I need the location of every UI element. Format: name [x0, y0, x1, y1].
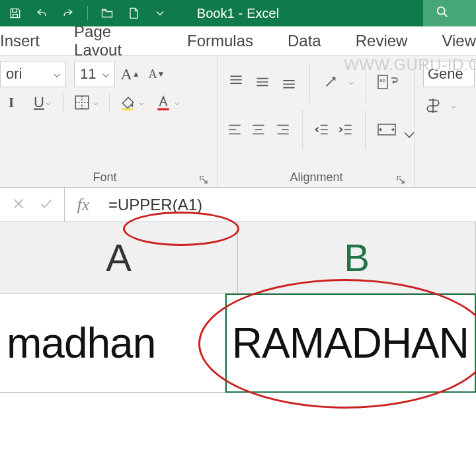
svg-point-0 [438, 7, 445, 14]
app-name: Excel [247, 6, 279, 21]
chevron-down-icon [92, 99, 100, 106]
group-number-label [423, 182, 468, 184]
accounting-format-button[interactable] [423, 97, 443, 115]
font-color-button[interactable] [155, 94, 181, 111]
group-alignment: ab Alignment [218, 56, 415, 187]
borders-button[interactable] [73, 94, 100, 111]
bucket-icon [119, 94, 136, 111]
enter-icon[interactable] [39, 196, 54, 214]
open-icon[interactable] [100, 6, 114, 20]
tab-view[interactable]: View [442, 29, 476, 53]
number-format-value: Gene [428, 65, 463, 83]
search-icon [435, 5, 450, 22]
formula-bar: fx =UPPER(A1) [0, 188, 476, 222]
tab-insert[interactable]: Insert [0, 29, 40, 53]
font-size-value: 11 [80, 65, 96, 83]
decrease-indent-button[interactable] [313, 120, 331, 139]
tab-data[interactable]: Data [288, 29, 321, 53]
font-size-select[interactable]: 11 [74, 61, 115, 87]
chevron-down-icon [399, 126, 407, 134]
doc-name: Book1 [197, 6, 235, 21]
number-format-select[interactable]: Gene [423, 61, 475, 87]
group-font: ori 11 A▲ A▼ I U [0, 56, 218, 187]
font-name-select[interactable]: ori [0, 61, 66, 87]
tab-formulas[interactable]: Formulas [187, 29, 253, 53]
chevron-down-icon [138, 99, 145, 106]
align-right-button[interactable] [274, 120, 292, 139]
chevron-down-icon [347, 78, 355, 86]
svg-text:ab: ab [379, 77, 385, 83]
svg-rect-2 [122, 108, 133, 110]
svg-rect-3 [157, 108, 169, 110]
title-bar: Book1 - Excel [0, 0, 476, 26]
fx-label[interactable]: fx [65, 195, 102, 215]
worksheet-grid: A B madhan RAMADHAN [0, 222, 476, 393]
align-bottom-button[interactable] [279, 73, 299, 91]
dialog-launcher-icon[interactable] [199, 174, 208, 183]
window-title: Book1 - Excel [197, 6, 279, 21]
formula-input[interactable]: =UPPER(A1) [102, 196, 476, 214]
orientation-button[interactable] [321, 73, 340, 91]
search-box[interactable] [423, 0, 476, 26]
shrink-font-button[interactable]: A▼ [145, 63, 168, 85]
chevron-down-icon [100, 68, 112, 80]
chevron-down-icon [450, 102, 457, 110]
grow-font-button[interactable]: A▲ [119, 63, 141, 85]
font-name-value: ori [6, 65, 22, 83]
ribbon-tabs: Insert Page Layout Formulas Data Review … [0, 26, 476, 56]
merge-center-button[interactable] [376, 120, 407, 139]
align-middle-button[interactable] [253, 73, 272, 91]
group-alignment-label: Alignment [226, 168, 407, 184]
wrap-text-button[interactable]: ab [377, 73, 398, 91]
group-number: Gene [415, 56, 476, 187]
fill-color-button[interactable] [119, 94, 145, 111]
chevron-down-icon [173, 99, 181, 106]
chevron-down-icon [44, 99, 52, 106]
quick-access-toolbar [0, 6, 167, 20]
italic-button[interactable]: I [0, 91, 22, 114]
align-top-button[interactable] [226, 73, 246, 91]
tab-review[interactable]: Review [356, 29, 408, 53]
group-font-label: Font [0, 168, 210, 184]
cancel-icon[interactable] [11, 196, 26, 214]
save-icon[interactable] [8, 6, 22, 20]
chevron-down-icon [51, 68, 63, 80]
align-left-button[interactable] [226, 120, 243, 139]
underline-button[interactable]: U [32, 91, 54, 114]
align-center-button[interactable] [250, 120, 267, 139]
increase-indent-button[interactable] [337, 120, 354, 139]
dialog-launcher-icon[interactable] [396, 174, 405, 183]
font-color-icon [155, 94, 172, 111]
column-header-b[interactable]: B [238, 222, 476, 294]
new-file-icon[interactable] [126, 6, 141, 20]
column-header-a[interactable]: A [0, 222, 238, 294]
redo-icon[interactable] [61, 6, 75, 20]
qat-customize-icon[interactable] [153, 6, 167, 20]
cell-a1[interactable]: madhan [0, 294, 225, 393]
borders-icon [73, 94, 91, 111]
cell-b1[interactable]: RAMADHAN [225, 294, 476, 393]
ribbon: ori 11 A▲ A▼ I U [0, 56, 476, 188]
undo-icon[interactable] [34, 6, 49, 20]
